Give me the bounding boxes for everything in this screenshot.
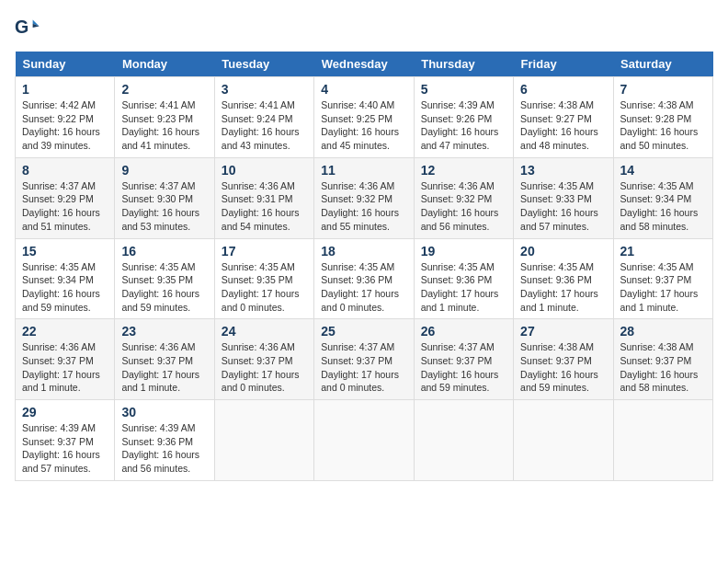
day-cell: 18 Sunrise: 4:35 AM Sunset: 9:36 PM Dayl… (314, 238, 414, 319)
day-info: Sunrise: 4:38 AM Sunset: 9:37 PM Dayligh… (520, 340, 606, 395)
day-info: Sunrise: 4:36 AM Sunset: 9:37 PM Dayligh… (222, 340, 307, 395)
day-number: 3 (222, 82, 307, 97)
day-number: 29 (22, 405, 108, 419)
day-number: 11 (321, 163, 406, 178)
day-cell (613, 400, 712, 481)
day-cell: 26 Sunrise: 4:37 AM Sunset: 9:37 PM Dayl… (414, 319, 513, 400)
day-number: 4 (321, 82, 406, 97)
day-number: 7 (620, 82, 706, 97)
svg-text:G: G (15, 17, 28, 37)
day-cell: 30 Sunrise: 4:39 AM Sunset: 9:36 PM Dayl… (115, 400, 214, 481)
week-row-2: 8 Sunrise: 4:37 AM Sunset: 9:29 PM Dayli… (16, 157, 713, 238)
day-info: Sunrise: 4:36 AM Sunset: 9:37 PM Dayligh… (22, 340, 108, 395)
day-cell: 17 Sunrise: 4:35 AM Sunset: 9:35 PM Dayl… (214, 238, 313, 319)
day-number: 27 (520, 324, 606, 339)
week-row-1: 1 Sunrise: 4:42 AM Sunset: 9:22 PM Dayli… (16, 77, 713, 158)
header-saturday: Saturday (613, 52, 712, 77)
day-cell: 8 Sunrise: 4:37 AM Sunset: 9:29 PM Dayli… (16, 157, 115, 238)
day-info: Sunrise: 4:37 AM Sunset: 9:37 PM Dayligh… (421, 340, 506, 395)
day-cell: 19 Sunrise: 4:35 AM Sunset: 9:36 PM Dayl… (414, 238, 513, 319)
day-number: 17 (222, 244, 307, 259)
day-cell: 4 Sunrise: 4:40 AM Sunset: 9:25 PM Dayli… (314, 77, 414, 158)
day-cell: 16 Sunrise: 4:35 AM Sunset: 9:35 PM Dayl… (115, 238, 214, 319)
header-wednesday: Wednesday (314, 52, 414, 77)
day-info: Sunrise: 4:36 AM Sunset: 9:31 PM Dayligh… (222, 179, 307, 234)
day-info: Sunrise: 4:38 AM Sunset: 9:37 PM Dayligh… (620, 340, 706, 395)
day-cell: 21 Sunrise: 4:35 AM Sunset: 9:37 PM Dayl… (613, 238, 712, 319)
day-number: 20 (520, 244, 606, 259)
day-info: Sunrise: 4:36 AM Sunset: 9:37 PM Dayligh… (121, 340, 207, 395)
day-cell: 23 Sunrise: 4:36 AM Sunset: 9:37 PM Dayl… (115, 319, 214, 400)
day-info: Sunrise: 4:39 AM Sunset: 9:37 PM Dayligh… (22, 421, 108, 476)
day-info: Sunrise: 4:40 AM Sunset: 9:25 PM Dayligh… (321, 98, 406, 153)
day-cell: 11 Sunrise: 4:36 AM Sunset: 9:32 PM Dayl… (314, 157, 414, 238)
day-cell (514, 400, 613, 481)
calendar-header-row: SundayMondayTuesdayWednesdayThursdayFrid… (16, 52, 713, 77)
day-cell: 2 Sunrise: 4:41 AM Sunset: 9:23 PM Dayli… (115, 77, 214, 158)
day-info: Sunrise: 4:39 AM Sunset: 9:26 PM Dayligh… (421, 98, 506, 153)
day-info: Sunrise: 4:35 AM Sunset: 9:35 PM Dayligh… (222, 260, 307, 315)
day-info: Sunrise: 4:35 AM Sunset: 9:37 PM Dayligh… (620, 260, 706, 315)
day-info: Sunrise: 4:37 AM Sunset: 9:29 PM Dayligh… (22, 179, 108, 234)
day-cell: 3 Sunrise: 4:41 AM Sunset: 9:24 PM Dayli… (214, 77, 313, 158)
header-tuesday: Tuesday (214, 52, 313, 77)
day-info: Sunrise: 4:35 AM Sunset: 9:34 PM Dayligh… (620, 179, 706, 234)
day-number: 8 (22, 163, 108, 178)
header-monday: Monday (115, 52, 214, 77)
day-number: 10 (222, 163, 307, 178)
day-number: 15 (22, 244, 108, 259)
day-number: 12 (421, 163, 506, 178)
day-cell (214, 400, 313, 481)
day-info: Sunrise: 4:39 AM Sunset: 9:36 PM Dayligh… (121, 421, 207, 476)
day-cell: 7 Sunrise: 4:38 AM Sunset: 9:28 PM Dayli… (613, 77, 712, 158)
calendar-body: 1 Sunrise: 4:42 AM Sunset: 9:22 PM Dayli… (16, 77, 713, 481)
day-info: Sunrise: 4:37 AM Sunset: 9:37 PM Dayligh… (321, 340, 406, 395)
week-row-5: 29 Sunrise: 4:39 AM Sunset: 9:37 PM Dayl… (16, 400, 713, 481)
page-header: G (15, 15, 713, 40)
day-number: 19 (421, 244, 506, 259)
day-info: Sunrise: 4:35 AM Sunset: 9:33 PM Dayligh… (520, 179, 606, 234)
logo-icon: G (15, 15, 40, 40)
day-info: Sunrise: 4:42 AM Sunset: 9:22 PM Dayligh… (22, 98, 108, 153)
day-number: 1 (22, 82, 108, 97)
day-number: 14 (620, 163, 706, 178)
day-number: 26 (421, 324, 506, 339)
calendar-table: SundayMondayTuesdayWednesdayThursdayFrid… (15, 52, 713, 481)
day-cell: 25 Sunrise: 4:37 AM Sunset: 9:37 PM Dayl… (314, 319, 414, 400)
day-number: 13 (520, 163, 606, 178)
day-number: 6 (520, 82, 606, 97)
day-cell: 9 Sunrise: 4:37 AM Sunset: 9:30 PM Dayli… (115, 157, 214, 238)
day-number: 23 (121, 324, 207, 339)
day-cell: 29 Sunrise: 4:39 AM Sunset: 9:37 PM Dayl… (16, 400, 115, 481)
day-info: Sunrise: 4:38 AM Sunset: 9:27 PM Dayligh… (520, 98, 606, 153)
day-info: Sunrise: 4:41 AM Sunset: 9:24 PM Dayligh… (222, 98, 307, 153)
day-cell: 28 Sunrise: 4:38 AM Sunset: 9:37 PM Dayl… (613, 319, 712, 400)
day-cell: 1 Sunrise: 4:42 AM Sunset: 9:22 PM Dayli… (16, 77, 115, 158)
day-number: 22 (22, 324, 108, 339)
week-row-4: 22 Sunrise: 4:36 AM Sunset: 9:37 PM Dayl… (16, 319, 713, 400)
day-cell: 15 Sunrise: 4:35 AM Sunset: 9:34 PM Dayl… (16, 238, 115, 319)
week-row-3: 15 Sunrise: 4:35 AM Sunset: 9:34 PM Dayl… (16, 238, 713, 319)
day-cell: 20 Sunrise: 4:35 AM Sunset: 9:36 PM Dayl… (514, 238, 613, 319)
day-cell: 12 Sunrise: 4:36 AM Sunset: 9:32 PM Dayl… (414, 157, 513, 238)
day-cell: 10 Sunrise: 4:36 AM Sunset: 9:31 PM Dayl… (214, 157, 313, 238)
day-number: 18 (321, 244, 406, 259)
day-number: 2 (121, 82, 207, 97)
day-cell: 13 Sunrise: 4:35 AM Sunset: 9:33 PM Dayl… (514, 157, 613, 238)
header-friday: Friday (514, 52, 613, 77)
day-cell (314, 400, 414, 481)
day-number: 21 (620, 244, 706, 259)
day-number: 16 (121, 244, 207, 259)
day-cell: 14 Sunrise: 4:35 AM Sunset: 9:34 PM Dayl… (613, 157, 712, 238)
day-number: 5 (421, 82, 506, 97)
day-info: Sunrise: 4:35 AM Sunset: 9:36 PM Dayligh… (520, 260, 606, 315)
day-info: Sunrise: 4:35 AM Sunset: 9:36 PM Dayligh… (421, 260, 506, 315)
day-number: 30 (121, 405, 207, 419)
day-cell: 5 Sunrise: 4:39 AM Sunset: 9:26 PM Dayli… (414, 77, 513, 158)
day-info: Sunrise: 4:35 AM Sunset: 9:34 PM Dayligh… (22, 260, 108, 315)
day-number: 24 (222, 324, 307, 339)
header-thursday: Thursday (414, 52, 513, 77)
day-cell (414, 400, 513, 481)
day-cell: 27 Sunrise: 4:38 AM Sunset: 9:37 PM Dayl… (514, 319, 613, 400)
day-info: Sunrise: 4:35 AM Sunset: 9:35 PM Dayligh… (121, 260, 207, 315)
